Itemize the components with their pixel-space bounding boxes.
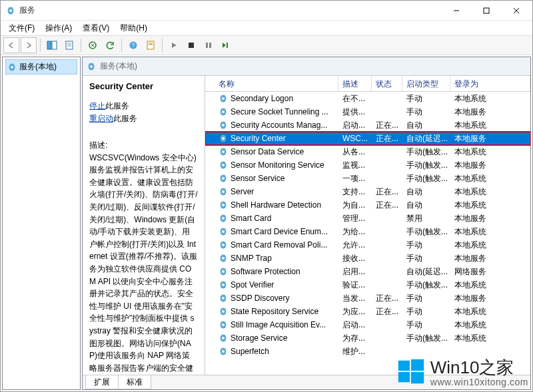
service-row[interactable]: Sensor Service一项...手动(触发...本地系统	[205, 172, 530, 185]
menu-help[interactable]: 帮助(H)	[115, 21, 153, 35]
service-row[interactable]: Smart Card Device Enum...为给...手动(触发...本地…	[205, 225, 530, 238]
col-state[interactable]: 状态	[372, 76, 402, 91]
maximize-button[interactable]	[471, 1, 501, 20]
tool-prop2[interactable]	[143, 37, 159, 53]
tool-restart[interactable]	[218, 37, 234, 53]
service-row[interactable]: Software Protection启用...自动(延迟...网络服务	[205, 265, 530, 278]
gear-icon	[219, 120, 228, 130]
row-desc: 维护...	[338, 346, 372, 357]
row-logon: 本地系统	[450, 186, 530, 198]
tool-stop[interactable]	[183, 37, 199, 53]
col-start[interactable]: 启动类型	[402, 76, 450, 91]
row-name: Sensor Monitoring Service	[231, 160, 324, 170]
row-logon: 本地系统	[450, 226, 530, 238]
service-row[interactable]: SSDP Discovery当发...正在...手动本地服务	[205, 292, 530, 305]
row-desc: WSC...	[338, 134, 372, 143]
col-name[interactable]: 名称	[215, 76, 338, 91]
toolbar: ?	[1, 35, 532, 55]
close-button[interactable]	[501, 1, 531, 20]
menu-file[interactable]: 文件(F)	[3, 21, 40, 35]
gear-icon	[219, 294, 228, 303]
link-restart[interactable]: 重启动	[89, 114, 113, 123]
service-row[interactable]: Spot Verifier验证...手动(触发...本地系统	[205, 278, 530, 292]
tab-extended[interactable]: 扩展	[85, 375, 119, 389]
row-start: 手动(触发...	[402, 160, 450, 171]
row-start: 手动(触发...	[402, 146, 450, 158]
svg-rect-3	[47, 41, 51, 49]
service-row[interactable]: Smart Card Removal Poli...允许...手动本地系统	[205, 238, 530, 252]
service-row[interactable]: Smart Card管理...禁用本地服务	[205, 212, 530, 225]
detail-pane: Security Center 停止此服务 重启动此服务 描述: WSCSVC(…	[83, 76, 205, 375]
service-row[interactable]: Security CenterWSC...正在...自动(延迟...本地服务	[205, 132, 530, 145]
gear-icon	[219, 214, 228, 223]
row-desc: 启用...	[338, 266, 372, 278]
row-name: Secure Socket Tunneling ...	[231, 107, 328, 116]
service-row[interactable]: SNMP Trap接收...手动本地服务	[205, 252, 530, 265]
menu-action[interactable]: 操作(A)	[40, 21, 77, 35]
link-stop[interactable]: 停止	[89, 101, 105, 110]
gear-icon	[219, 307, 228, 316]
row-desc: 从各...	[338, 146, 372, 158]
tree-root-node[interactable]: 服务(本地)	[5, 59, 77, 75]
row-name: Smart Card Removal Poli...	[231, 240, 327, 250]
col-desc[interactable]: 描述	[338, 76, 372, 91]
service-row[interactable]: Sensor Monitoring Service监视...手动(触发...本地…	[205, 158, 530, 172]
service-row[interactable]: Security Accounts Manag...启动...正在...自动本地…	[205, 118, 530, 132]
row-name: Security Accounts Manag...	[231, 120, 327, 130]
svg-rect-16	[206, 43, 208, 48]
svg-rect-5	[66, 41, 73, 49]
row-desc: 启动...	[338, 319, 372, 331]
menu-view[interactable]: 查看(V)	[77, 21, 115, 35]
detail-desc-label: 描述:	[89, 140, 107, 150]
app-icon	[6, 6, 15, 15]
row-state: 正在...	[372, 200, 402, 211]
row-name: Still Image Acquisition Ev...	[231, 320, 326, 329]
service-row[interactable]: Secure Socket Tunneling ...提供...手动本地服务	[205, 105, 530, 118]
tab-standard[interactable]: 标准	[118, 375, 151, 389]
tool-play[interactable]	[166, 37, 182, 53]
row-start: 手动(触发...	[402, 280, 450, 291]
row-desc: 为存...	[338, 333, 372, 344]
detail-service-name: Security Center	[89, 81, 198, 91]
tool-back[interactable]	[3, 37, 19, 53]
tool-pause[interactable]	[201, 37, 217, 53]
service-row[interactable]: Server支持...正在...自动本地系统	[205, 185, 530, 198]
tool-export[interactable]	[85, 37, 101, 53]
row-logon: 本地服务	[450, 253, 530, 264]
row-desc: 允许...	[338, 240, 372, 251]
gear-icon	[219, 107, 228, 116]
service-row[interactable]: Sensor Data Service从各...手动(触发...本地系统	[205, 145, 530, 158]
tool-help[interactable]: ?	[125, 37, 141, 53]
tool-forward[interactable]	[21, 37, 37, 53]
gear-icon	[219, 200, 228, 210]
gear-icon	[219, 320, 228, 329]
col-logon[interactable]: 登录为	[450, 76, 530, 91]
service-row[interactable]: State Repository Service为应...正在...手动本地系统	[205, 305, 530, 318]
row-start: 手动(触发...	[402, 333, 450, 344]
minimize-button[interactable]	[441, 1, 471, 20]
tree-pane: 服务(本地)	[2, 57, 81, 390]
row-start: 自动	[402, 200, 450, 211]
gear-icon	[219, 187, 228, 196]
svg-rect-2	[484, 8, 489, 13]
service-row[interactable]: Still Image Acquisition Ev...启动...手动本地系统	[205, 318, 530, 331]
tool-refresh[interactable]	[102, 37, 118, 53]
row-start: 手动	[402, 93, 450, 104]
gear-icon	[219, 280, 228, 290]
service-row[interactable]: Storage Service为存...手动(触发...本地系统	[205, 331, 530, 345]
service-row[interactable]: Shell Hardware Detection为自...正在...自动本地系统	[205, 198, 530, 212]
row-name: Server	[231, 187, 254, 196]
window-titlebar: 服务	[1, 1, 532, 21]
svg-rect-4	[52, 41, 57, 49]
row-logon: 本地系统	[450, 146, 530, 158]
tool-properties[interactable]	[61, 37, 77, 53]
row-desc: 验证...	[338, 280, 372, 291]
service-row[interactable]: Superfetch维护...	[205, 345, 530, 358]
row-logon: 本地服务	[450, 106, 530, 118]
row-logon: 本地服务	[450, 133, 530, 144]
tool-show-hide[interactable]	[44, 37, 60, 53]
service-row[interactable]: Secondary Logon在不...手动本地系统	[205, 92, 530, 105]
row-start: 手动(触发...	[402, 226, 450, 238]
svg-rect-15	[189, 43, 194, 48]
row-name: Spot Verifier	[231, 280, 274, 290]
